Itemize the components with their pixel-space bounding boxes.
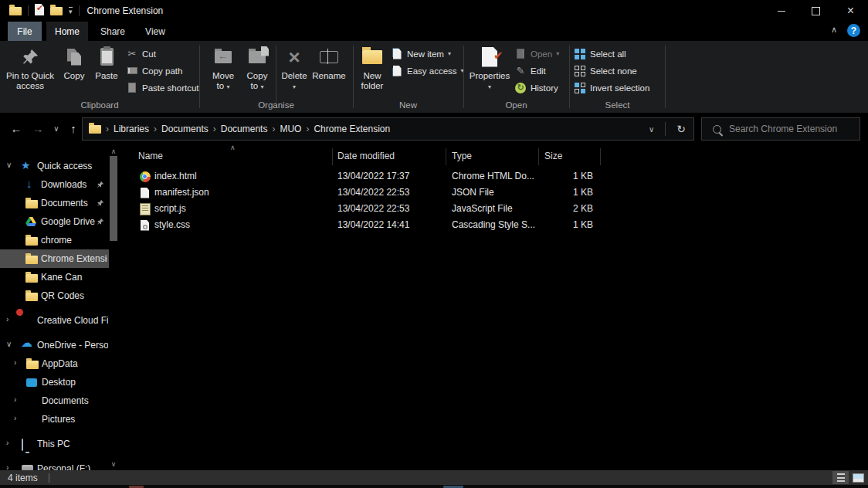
file-row-style-css[interactable]: style.css 13/04/2022 14:41 Cascading Sty… bbox=[124, 217, 868, 233]
chevron-right-icon[interactable]: › bbox=[14, 395, 16, 404]
close-button[interactable]: × bbox=[833, 0, 868, 22]
tab-file[interactable]: File bbox=[8, 22, 42, 41]
column-header-name[interactable]: Name bbox=[138, 151, 163, 161]
qat-properties-button[interactable]: ✔ bbox=[35, 4, 44, 18]
scroll-up-icon[interactable]: ∧ bbox=[109, 147, 118, 156]
file-row-script-js[interactable]: script.js 13/04/2022 22:53 JavaScript Fi… bbox=[124, 201, 868, 217]
column-divider[interactable] bbox=[446, 148, 446, 165]
rename-button[interactable]: Rename bbox=[310, 42, 348, 107]
sidebar-item-kane-can[interactable]: Kane Can bbox=[0, 268, 109, 286]
select-none-button[interactable]: Select none bbox=[574, 63, 637, 78]
chevron-right-icon[interactable]: › bbox=[6, 463, 8, 470]
sidebar-item-documents[interactable]: Documents bbox=[0, 194, 109, 212]
properties-button[interactable]: ✔ Properties ▾ bbox=[468, 42, 511, 107]
sidebar-item-pictures[interactable]: › Pictures bbox=[0, 410, 109, 429]
qat-new-folder-button[interactable] bbox=[50, 7, 63, 15]
column-divider[interactable] bbox=[600, 148, 601, 165]
file-name: style.css bbox=[154, 219, 190, 230]
collapse-ribbon-button[interactable]: ∧ bbox=[831, 25, 837, 35]
sidebar-item-onedrive-documents[interactable]: › Documents bbox=[0, 391, 109, 410]
help-button[interactable]: ? bbox=[847, 24, 860, 37]
chevron-right-icon[interactable]: › bbox=[14, 358, 16, 367]
column-header-size[interactable]: Size bbox=[544, 151, 562, 161]
open-button[interactable]: Open ▾ bbox=[514, 46, 559, 61]
tab-label: File bbox=[17, 26, 32, 37]
sidebar-item-label: Google Drive bbox=[41, 216, 95, 227]
forward-button[interactable]: → bbox=[29, 119, 46, 137]
delete-button[interactable]: × Delete ▾ bbox=[279, 42, 310, 107]
minimize-button[interactable] bbox=[764, 0, 798, 22]
tab-share[interactable]: Share bbox=[93, 22, 133, 41]
refresh-button[interactable]: ↻ bbox=[669, 123, 693, 135]
button-label: Easy access bbox=[407, 66, 457, 76]
address-field[interactable]: › Libraries › Documents › Documents › MU… bbox=[82, 117, 694, 141]
new-item-button[interactable]: New item ▾ bbox=[391, 46, 451, 61]
column-divider[interactable] bbox=[332, 148, 333, 165]
sidebar-item-onedrive[interactable]: ∨ ☁ OneDrive - Persor bbox=[0, 336, 109, 354]
chevron-down-icon[interactable]: ∨ bbox=[6, 340, 12, 348]
breadcrumb-item[interactable]: Chrome Extension bbox=[309, 124, 395, 134]
address-dropdown-button[interactable]: ∨ bbox=[641, 125, 662, 134]
cut-button[interactable]: ✂ Cut bbox=[126, 46, 156, 61]
sidebar-item-chrome[interactable]: chrome bbox=[0, 231, 109, 249]
breadcrumb-item[interactable]: Documents bbox=[157, 124, 213, 134]
column-divider[interactable] bbox=[538, 148, 539, 165]
sidebar-item-qr-codes[interactable]: QR Codes bbox=[0, 286, 109, 305]
tab-home[interactable]: Home bbox=[46, 22, 88, 41]
scroll-down-icon[interactable]: ∨ bbox=[109, 459, 118, 469]
file-date: 13/04/2022 22:53 bbox=[337, 187, 409, 198]
easy-access-button[interactable]: Easy access ▾ bbox=[391, 63, 464, 78]
paste-shortcut-button[interactable]: Paste shortcut bbox=[126, 80, 199, 95]
sidebar-item-personal-drive[interactable]: › Personal (F:) bbox=[0, 459, 109, 470]
breadcrumb-item[interactable]: Documents bbox=[216, 124, 273, 134]
view-toggle-buttons bbox=[832, 471, 866, 484]
sidebar-item-chrome-extension[interactable]: Chrome Extension bbox=[0, 249, 109, 268]
column-headers: ∧ Name Date modified Type Size bbox=[124, 147, 868, 165]
back-button[interactable]: ← bbox=[8, 119, 25, 137]
invert-selection-button[interactable]: Invert selection bbox=[574, 80, 649, 95]
sidebar-item-google-drive[interactable]: Google Drive bbox=[0, 212, 109, 231]
copy-path-button[interactable]: Copy path bbox=[126, 63, 182, 78]
sidebar-item-quick-access[interactable]: ∨ ★ Quick access bbox=[0, 157, 109, 175]
scissors-icon: ✂ bbox=[126, 48, 138, 60]
search-input[interactable] bbox=[727, 123, 854, 135]
paste-icon bbox=[100, 48, 114, 66]
copy-to-button[interactable]: Copy to ▾ bbox=[241, 42, 273, 107]
button-label: History bbox=[531, 83, 558, 93]
chevron-down-icon[interactable]: ∨ bbox=[6, 161, 12, 169]
sidebar-item-appdata[interactable]: › AppData bbox=[0, 354, 109, 373]
edit-button[interactable]: ✎ Edit bbox=[514, 63, 546, 78]
copy-button[interactable]: Copy bbox=[59, 42, 90, 107]
file-row-manifest-json[interactable]: manifest.json 13/04/2022 22:53 JSON File… bbox=[124, 185, 868, 201]
file-row-index-html[interactable]: index.html 13/04/2022 17:37 Chrome HTML … bbox=[124, 168, 868, 185]
maximize-button[interactable] bbox=[798, 0, 833, 22]
chevron-right-icon[interactable]: › bbox=[6, 315, 8, 324]
column-header-type[interactable]: Type bbox=[452, 151, 472, 161]
sidebar-item-creative-cloud[interactable]: › Creative Cloud Fil bbox=[0, 311, 109, 330]
select-all-button[interactable]: Select all bbox=[574, 46, 626, 61]
new-folder-button[interactable]: New folder bbox=[356, 42, 388, 107]
history-button[interactable]: ↻ History bbox=[514, 80, 558, 95]
search-box[interactable] bbox=[701, 117, 860, 141]
sidebar-scrollbar-thumb[interactable] bbox=[110, 156, 117, 241]
recent-locations-dropdown[interactable]: ∨ bbox=[48, 119, 65, 137]
divider bbox=[665, 122, 666, 136]
sidebar-item-this-pc[interactable]: › This PC bbox=[0, 435, 109, 453]
button-label: Edit bbox=[531, 66, 546, 76]
breadcrumb-item[interactable]: MUO bbox=[275, 124, 306, 134]
tab-view[interactable]: View bbox=[136, 22, 175, 41]
sidebar-item-desktop[interactable]: Desktop bbox=[0, 373, 109, 391]
move-to-button[interactable]: Move to ▾ bbox=[207, 42, 239, 107]
chevron-right-icon[interactable]: › bbox=[14, 414, 16, 422]
column-header-date-modified[interactable]: Date modified bbox=[337, 151, 395, 161]
breadcrumb-item[interactable]: Libraries bbox=[109, 124, 154, 134]
chevron-right-icon[interactable]: › bbox=[6, 439, 8, 447]
details-view-button[interactable] bbox=[832, 471, 849, 484]
thumbnail-view-button[interactable] bbox=[850, 471, 866, 484]
button-label: Paste bbox=[91, 71, 122, 81]
sidebar-item-downloads[interactable]: ↓ Downloads bbox=[0, 175, 109, 194]
paste-button[interactable]: Paste bbox=[91, 42, 122, 107]
pin-to-quick-access-button[interactable]: Pin to Quick access bbox=[5, 42, 56, 107]
qat-customize-dropdown[interactable]: ▾ bbox=[69, 7, 73, 15]
up-button[interactable]: ↑ bbox=[65, 119, 82, 137]
